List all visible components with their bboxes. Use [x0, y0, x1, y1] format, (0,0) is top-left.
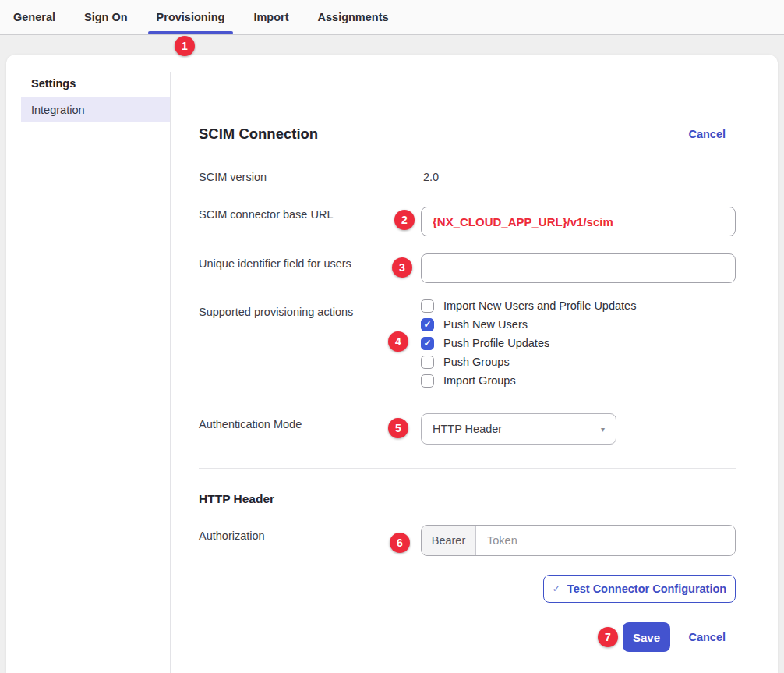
auth-mode-selected-value: HTTP Header: [433, 423, 502, 435]
step-badge-7: 7: [598, 627, 618, 647]
sidebar-item-integration[interactable]: Integration: [21, 97, 170, 122]
settings-sidebar: Settings Integration: [6, 55, 170, 673]
checkbox-row-import-groups[interactable]: Import Groups: [421, 373, 516, 388]
section-divider: [199, 468, 736, 469]
tab-assignments[interactable]: Assignments: [318, 0, 389, 34]
step-badge-2: 2: [394, 210, 415, 230]
checkbox-push-new-users[interactable]: [421, 318, 434, 331]
scim-version-label: SCIM version: [199, 171, 267, 183]
authorization-label: Authorization: [199, 530, 265, 542]
checkbox-row-push-groups[interactable]: Push Groups: [421, 354, 510, 370]
auth-mode-label: Authentication Mode: [199, 418, 302, 430]
checkbox-row-import-users[interactable]: Import New Users and Profile Updates: [421, 298, 636, 313]
test-connector-button[interactable]: ✓ Test Connector Configuration: [543, 575, 736, 603]
checkbox-import-users[interactable]: [421, 299, 434, 313]
bearer-prefix: Bearer: [422, 526, 476, 555]
test-connector-button-label: Test Connector Configuration: [567, 583, 726, 595]
cancel-link-top[interactable]: Cancel: [688, 128, 726, 140]
chevron-down-icon: ▾: [601, 425, 605, 434]
checkbox-label: Push Groups: [443, 356, 510, 368]
checkbox-label: Push New Users: [443, 318, 528, 331]
tab-import[interactable]: Import: [253, 0, 288, 34]
authorization-input-group: Bearer: [421, 525, 736, 556]
step-badge-1: 1: [175, 36, 195, 56]
save-button[interactable]: Save: [623, 622, 670, 652]
tab-sign-on[interactable]: Sign On: [84, 0, 128, 34]
page-title: SCIM Connection: [199, 126, 318, 143]
checkbox-push-groups[interactable]: [421, 356, 434, 369]
tab-provisioning[interactable]: Provisioning: [157, 0, 225, 34]
checkbox-label: Push Profile Updates: [443, 337, 549, 349]
step-badge-6: 6: [390, 533, 410, 553]
base-url-input[interactable]: [421, 207, 736, 236]
step-badge-4: 4: [388, 331, 408, 352]
sidebar-divider: [170, 72, 171, 673]
scim-version-value: 2.0: [423, 171, 439, 183]
checkbox-row-push-profile-updates[interactable]: Push Profile Updates: [421, 335, 549, 351]
tab-general[interactable]: General: [13, 0, 55, 34]
cancel-link-bottom[interactable]: Cancel: [688, 631, 726, 643]
check-icon: ✓: [553, 583, 560, 594]
checkbox-push-profile-updates[interactable]: [421, 337, 434, 350]
checkbox-label: Import Groups: [443, 374, 516, 387]
checkbox-label: Import New Users and Profile Updates: [443, 299, 636, 312]
checkbox-import-groups[interactable]: [421, 374, 434, 388]
checkbox-row-push-new-users[interactable]: Push New Users: [421, 317, 528, 332]
auth-mode-select[interactable]: HTTP Header ▾: [421, 413, 616, 445]
base-url-label: SCIM connector base URL: [199, 208, 333, 221]
unique-id-label: Unique identifier field for users: [199, 257, 351, 270]
app-tab-bar: General Sign On Provisioning Import Assi…: [0, 0, 784, 35]
sidebar-item-label: Integration: [31, 104, 85, 116]
step-badge-5: 5: [388, 418, 408, 438]
unique-id-input[interactable]: [421, 253, 736, 283]
token-input[interactable]: [476, 526, 735, 555]
http-header-section-title: HTTP Header: [199, 492, 274, 506]
sidebar-header: Settings: [31, 77, 76, 90]
provisioning-actions-label: Supported provisioning actions: [199, 306, 353, 318]
step-badge-3: 3: [392, 257, 412, 278]
scim-connection-form: SCIM Connection Cancel SCIM version 2.0 …: [199, 55, 736, 673]
tabs: General Sign On Provisioning Import Assi…: [0, 0, 784, 34]
content-card: Settings Integration SCIM Connection Can…: [6, 55, 778, 673]
